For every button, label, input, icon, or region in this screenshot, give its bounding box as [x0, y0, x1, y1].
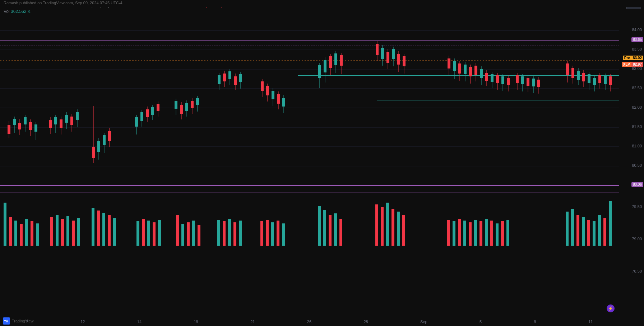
- svg-rect-76: [239, 74, 242, 82]
- svg-rect-24: [29, 122, 32, 130]
- x-label-sep: Sep: [420, 320, 427, 324]
- flash-icon[interactable]: ⚡: [607, 304, 615, 312]
- svg-rect-94: [334, 53, 337, 65]
- y-axis-main: 84.00 83.50 83.00 82.50 82.00 81.50 81.0…: [619, 20, 643, 194]
- svg-rect-34: [65, 115, 68, 123]
- svg-rect-28: [49, 120, 52, 128]
- svg-rect-167: [36, 223, 39, 246]
- svg-rect-84: [277, 94, 280, 104]
- svg-rect-165: [25, 219, 28, 246]
- x-label-9: 9: [534, 320, 536, 324]
- svg-rect-66: [196, 98, 199, 105]
- svg-rect-169: [56, 215, 59, 246]
- svg-rect-158: [604, 76, 607, 84]
- svg-rect-186: [187, 222, 190, 246]
- svg-rect-112: [453, 61, 456, 71]
- volume-chart-svg: [0, 195, 619, 310]
- tv-logo-icon: TV: [3, 317, 10, 325]
- svg-rect-198: [282, 223, 285, 246]
- svg-rect-146: [571, 68, 574, 78]
- svg-rect-218: [490, 221, 493, 246]
- svg-rect-42: [97, 141, 100, 152]
- svg-rect-62: [185, 103, 188, 111]
- svg-rect-170: [61, 219, 64, 246]
- svg-rect-122: [480, 69, 483, 78]
- svg-rect-70: [223, 74, 226, 81]
- svg-rect-190: [223, 221, 226, 246]
- svg-rect-175: [97, 211, 100, 246]
- svg-rect-140: [532, 79, 535, 86]
- svg-rect-208: [397, 212, 400, 246]
- svg-rect-230: [609, 201, 612, 246]
- svg-rect-116: [464, 65, 467, 74]
- xlp-val-badge: 82.97: [631, 62, 643, 67]
- vol-label: Vol: [4, 9, 10, 14]
- svg-rect-163: [14, 221, 17, 246]
- svg-rect-126: [491, 74, 494, 82]
- svg-rect-86: [282, 98, 285, 107]
- svg-rect-216: [479, 221, 482, 246]
- svg-rect-56: [157, 104, 159, 111]
- svg-rect-108: [403, 56, 406, 66]
- svg-rect-162: [9, 217, 12, 246]
- svg-rect-32: [60, 119, 62, 128]
- main-chart-svg: [0, 20, 619, 194]
- svg-rect-74: [234, 76, 237, 85]
- svg-rect-120: [474, 66, 477, 75]
- x-label-14: 14: [137, 320, 142, 324]
- svg-rect-58: [175, 101, 177, 109]
- svg-rect-171: [66, 216, 69, 246]
- svg-rect-178: [113, 218, 116, 246]
- svg-rect-172: [72, 221, 75, 246]
- svg-rect-197: [277, 221, 279, 246]
- svg-rect-192: [233, 222, 236, 246]
- svg-rect-44: [103, 135, 106, 145]
- vol-val: 362.562 K: [11, 9, 31, 14]
- svg-rect-26: [34, 124, 37, 132]
- svg-rect-30: [54, 117, 57, 124]
- svg-rect-156: [598, 75, 601, 83]
- svg-rect-210: [447, 220, 450, 246]
- svg-rect-173: [77, 218, 80, 246]
- svg-rect-136: [521, 76, 524, 84]
- svg-rect-100: [381, 48, 384, 59]
- svg-rect-16: [8, 125, 10, 134]
- svg-rect-18: [13, 119, 16, 125]
- tv-text: TradingView: [12, 319, 34, 323]
- svg-rect-52: [146, 109, 149, 117]
- svg-rect-20: [18, 123, 21, 129]
- svg-rect-179: [136, 221, 139, 246]
- svg-rect-221: [506, 220, 509, 246]
- svg-rect-184: [176, 215, 179, 246]
- y-label-8050: 80.50: [632, 163, 642, 167]
- svg-rect-166: [31, 221, 33, 246]
- price-tag-purple-bottom: 80.06: [631, 182, 643, 187]
- svg-rect-224: [576, 215, 579, 246]
- xlp-label-badge: XLP: [622, 62, 631, 67]
- svg-rect-64: [191, 101, 194, 108]
- svg-rect-54: [151, 107, 154, 115]
- svg-rect-40: [92, 147, 95, 158]
- svg-rect-220: [501, 221, 504, 246]
- price-tag-purple-top: 83.65: [631, 37, 643, 42]
- svg-rect-196: [271, 222, 274, 246]
- svg-rect-222: [566, 212, 569, 246]
- svg-rect-227: [593, 221, 596, 246]
- svg-rect-182: [153, 222, 156, 246]
- svg-rect-134: [516, 75, 519, 83]
- svg-rect-132: [507, 78, 510, 85]
- svg-text:TV: TV: [4, 320, 8, 323]
- svg-rect-92: [329, 56, 332, 68]
- svg-rect-164: [20, 224, 23, 246]
- svg-rect-118: [469, 67, 472, 76]
- y-label-84: 84.00: [632, 28, 642, 32]
- svg-rect-36: [70, 117, 73, 125]
- svg-rect-214: [469, 222, 472, 246]
- svg-rect-213: [463, 221, 466, 246]
- x-label-11: 11: [588, 320, 593, 324]
- y-vol-label-7850: 78.50: [632, 269, 642, 273]
- svg-rect-152: [588, 74, 590, 83]
- svg-rect-174: [92, 208, 94, 246]
- svg-rect-204: [375, 204, 378, 246]
- svg-rect-80: [266, 86, 269, 95]
